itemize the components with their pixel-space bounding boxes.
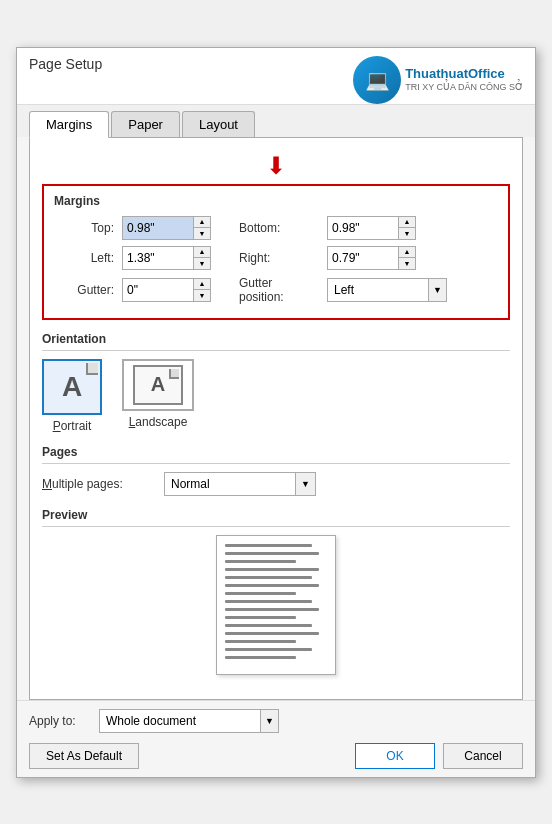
orientation-section: Orientation A Portrait A bbox=[42, 332, 510, 433]
margins-section-label: Margins bbox=[54, 194, 498, 208]
preview-line-9 bbox=[225, 608, 319, 611]
right-label: Right: bbox=[239, 251, 319, 265]
tab-content: ⬇ Margins Top: ▲ ▼ Bottom: bbox=[29, 137, 523, 700]
bottom-arrows: ▲ ▼ bbox=[398, 217, 415, 239]
apply-to-label: Apply to: bbox=[29, 714, 89, 728]
ok-button[interactable]: OK bbox=[355, 743, 435, 769]
red-arrow-icon: ⬇ bbox=[266, 152, 286, 179]
bottom-label: Bottom: bbox=[239, 221, 319, 235]
left-decrement[interactable]: ▼ bbox=[194, 258, 210, 269]
preview-line-5 bbox=[225, 576, 312, 579]
preview-line-3 bbox=[225, 560, 296, 563]
tab-paper[interactable]: Paper bbox=[111, 111, 180, 137]
apply-to-input[interactable] bbox=[100, 710, 260, 732]
orientation-options: A Portrait A Landscape bbox=[42, 359, 510, 433]
tab-margins[interactable]: Margins bbox=[29, 111, 109, 138]
dialog-buttons: Set As Default OK Cancel bbox=[29, 743, 523, 769]
portrait-icon: A bbox=[42, 359, 102, 415]
pages-section-label: Pages bbox=[42, 445, 510, 464]
preview-label: Preview bbox=[42, 508, 510, 527]
preview-box bbox=[216, 535, 336, 675]
preview-line-1 bbox=[225, 544, 312, 547]
bottom-input[interactable] bbox=[328, 217, 398, 239]
orientation-label: Orientation bbox=[42, 332, 510, 351]
gutter-label: Gutter: bbox=[54, 283, 114, 297]
right-spinner[interactable]: ▲ ▼ bbox=[327, 246, 416, 270]
gutter-spinner[interactable]: ▲ ▼ bbox=[122, 278, 211, 302]
page-setup-dialog: Page Setup ThuathuatOffice TRI XY CỦA DÂ… bbox=[16, 47, 536, 778]
set-as-default-button[interactable]: Set As Default bbox=[29, 743, 139, 769]
cancel-button[interactable]: Cancel bbox=[443, 743, 523, 769]
left-increment[interactable]: ▲ bbox=[194, 247, 210, 258]
preview-line-4 bbox=[225, 568, 319, 571]
pages-section: Pages Multiple pages: ▼ bbox=[42, 445, 510, 496]
preview-section: Preview bbox=[42, 508, 510, 675]
multiple-pages-input[interactable] bbox=[165, 473, 295, 495]
gutter-pos-group: Gutter position: ▼ bbox=[239, 276, 447, 304]
gutter-row: Gutter: ▲ ▼ Gutter position: ▼ bbox=[54, 276, 498, 304]
landscape-icon: A bbox=[122, 359, 194, 411]
tab-layout[interactable]: Layout bbox=[182, 111, 255, 137]
top-spinner[interactable]: ▲ ▼ bbox=[122, 216, 211, 240]
multiple-pages-label: Multiple pages: bbox=[42, 477, 152, 491]
left-arrows: ▲ ▼ bbox=[193, 247, 210, 269]
preview-line-14 bbox=[225, 648, 312, 651]
left-right-row: Left: ▲ ▼ Right: ▲ bbox=[54, 246, 498, 270]
landscape-label: Landscape bbox=[129, 415, 188, 429]
title-text: Page Setup bbox=[29, 56, 102, 78]
top-arrows: ▲ ▼ bbox=[193, 217, 210, 239]
bottom-increment[interactable]: ▲ bbox=[399, 217, 415, 228]
multiple-pages-select[interactable]: ▼ bbox=[164, 472, 316, 496]
left-label: Left: bbox=[54, 251, 114, 265]
right-input[interactable] bbox=[328, 247, 398, 269]
preview-line-10 bbox=[225, 616, 296, 619]
top-decrement[interactable]: ▼ bbox=[194, 228, 210, 239]
gutter-arrows: ▲ ▼ bbox=[193, 279, 210, 301]
top-label: Top: bbox=[54, 221, 114, 235]
logo-sub: TRI XY CỦA DÂN CÔNG SỞ bbox=[405, 82, 523, 93]
gutter-pos-dropdown-arrow[interactable]: ▼ bbox=[428, 279, 446, 301]
apply-to-row: Apply to: ▼ bbox=[29, 709, 523, 733]
gutter-pos-input[interactable] bbox=[328, 279, 428, 301]
bottom-decrement[interactable]: ▼ bbox=[399, 228, 415, 239]
logo-icon bbox=[353, 56, 401, 104]
bottom-spinner[interactable]: ▲ ▼ bbox=[327, 216, 416, 240]
top-bottom-row: Top: ▲ ▼ Bottom: ▲ bbox=[54, 216, 498, 240]
left-input[interactable] bbox=[123, 247, 193, 269]
preview-line-2 bbox=[225, 552, 319, 555]
preview-line-6 bbox=[225, 584, 319, 587]
preview-line-11 bbox=[225, 624, 312, 627]
right-decrement[interactable]: ▼ bbox=[399, 258, 415, 269]
apply-to-select[interactable]: ▼ bbox=[99, 709, 279, 733]
portrait-option[interactable]: A Portrait bbox=[42, 359, 102, 433]
right-increment[interactable]: ▲ bbox=[399, 247, 415, 258]
dialog-title: Page Setup bbox=[29, 56, 102, 72]
gutter-pos-select[interactable]: ▼ bbox=[327, 278, 447, 302]
landscape-corner bbox=[169, 369, 179, 379]
logo-area: ThuathuatOffice TRI XY CỦA DÂN CÔNG SỞ bbox=[353, 56, 523, 104]
landscape-icon-inner: A bbox=[133, 365, 183, 405]
preview-line-7 bbox=[225, 592, 296, 595]
top-input[interactable] bbox=[123, 217, 193, 239]
preview-line-15 bbox=[225, 656, 296, 659]
arrow-indicator: ⬇ bbox=[42, 152, 510, 180]
multiple-pages-dropdown-arrow[interactable]: ▼ bbox=[295, 473, 315, 495]
left-spinner[interactable]: ▲ ▼ bbox=[122, 246, 211, 270]
gutter-increment[interactable]: ▲ bbox=[194, 279, 210, 290]
right-arrows: ▲ ▼ bbox=[398, 247, 415, 269]
top-increment[interactable]: ▲ bbox=[194, 217, 210, 228]
preview-line-12 bbox=[225, 632, 319, 635]
logo-name: ThuathuatOffice bbox=[405, 66, 523, 82]
margins-section: Margins Top: ▲ ▼ Bottom: bbox=[42, 184, 510, 320]
preview-line-8 bbox=[225, 600, 312, 603]
apply-to-dropdown-arrow[interactable]: ▼ bbox=[260, 710, 278, 732]
title-bar: Page Setup ThuathuatOffice TRI XY CỦA DÂ… bbox=[17, 48, 535, 105]
landscape-option[interactable]: A Landscape bbox=[122, 359, 194, 429]
portrait-label: Portrait bbox=[53, 419, 92, 433]
tab-bar: Margins Paper Layout bbox=[17, 105, 535, 137]
pages-row: Multiple pages: ▼ bbox=[42, 472, 510, 496]
gutter-input[interactable] bbox=[123, 279, 193, 301]
bottom-group: Bottom: ▲ ▼ bbox=[239, 216, 416, 240]
gutter-decrement[interactable]: ▼ bbox=[194, 290, 210, 301]
right-group: Right: ▲ ▼ bbox=[239, 246, 416, 270]
